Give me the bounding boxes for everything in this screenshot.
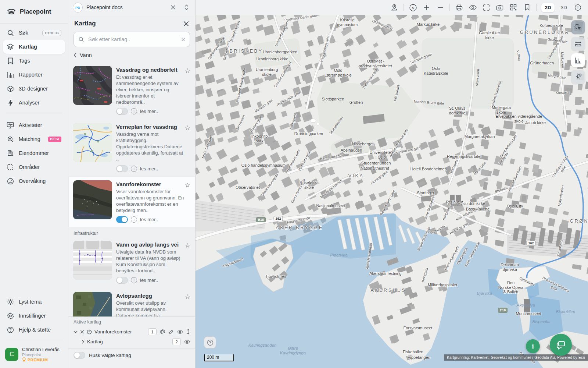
sidebar-item-overv-king[interactable]: Overvåking [3,174,65,188]
print-icon[interactable] [455,3,463,12]
layer-title: Vannforekomster [116,181,184,187]
sidebar-item-rapporter[interactable]: Rapporter [3,68,65,82]
mode-3d-button[interactable]: 3D [559,3,569,12]
sidebar-item-label: Søk [19,30,28,36]
mode-2d-button[interactable]: 2D [541,3,554,12]
chevron-left-icon [74,53,77,58]
read-more-link[interactable]: les mer.. [140,217,158,222]
app-logo[interactable]: Placepoint [0,0,68,24]
visibility-icon[interactable] [177,330,183,334]
sidebar-item-omr-der[interactable]: Områder [3,160,65,174]
favorite-star-icon[interactable]: ☆ [185,181,190,189]
beta-badge: BETA [48,137,61,142]
measure-tool[interactable] [571,37,585,51]
match-icon [7,135,14,143]
sidebar-item-innstillinger[interactable]: Innstillinger [3,309,65,323]
sidebar-item-aktiviteter[interactable]: Aktiviteter [3,118,65,132]
layers-panel: PD Placepoint docs Kartlag Vann Vassdrag… [68,0,196,368]
layer-toggle[interactable] [116,277,128,284]
active-layers-footer: Aktive kartlag Vannforekomster 1 Kartlag [68,316,195,368]
nav-primary: Søk CTRL+G Kartlag Tags Rapporter 3D-des… [0,24,68,110]
layer-card[interactable]: Vannforekomster Viser vannforekomster fo… [68,176,195,227]
map-position-icon[interactable] [390,3,399,12]
project-switch-icon[interactable] [182,3,191,12]
zoom-out-icon[interactable] [436,3,445,12]
project-name[interactable]: Placepoint docs [86,4,123,10]
visibility-icon[interactable] [184,340,190,344]
report-icon [7,71,14,78]
eye-icon[interactable] [468,3,477,12]
layer-toggle[interactable] [116,108,128,115]
remove-layer-icon[interactable] [80,330,84,334]
chat-button[interactable] [550,334,572,356]
back-breadcrumb[interactable]: Vann [68,52,195,62]
sublayer-name: Kartlag [87,339,103,344]
info-button[interactable]: i [526,339,540,353]
building-icon [7,149,14,157]
project-close-icon[interactable] [169,3,178,12]
avatar: C [5,348,18,361]
layer-card[interactable]: Vassdrag og nedbørfelt Et vassdrag er et… [68,62,195,119]
layer-card[interactable]: Avløpsanlegg Oversikt over utslipp av ko… [68,288,195,316]
select-area-tool[interactable] [571,20,585,34]
sidebar-item-label: Matching [19,136,40,142]
chart-tool[interactable] [571,53,585,67]
sidebar-item-eiendommer[interactable]: Eiendommer [3,146,65,160]
sidebar-item-label: Analyser [19,100,39,106]
favorite-star-icon[interactable]: ☆ [185,293,190,301]
camera-icon[interactable] [495,3,504,12]
active-sublayer-row[interactable]: Kartlag 2 [74,337,190,347]
layer-search-input[interactable] [87,36,178,43]
favorite-star-icon[interactable]: ☆ [185,124,190,132]
read-more-link[interactable]: les mer.. [140,109,158,114]
map-canvas[interactable]: BRISKEBYGRÜNERLØKKAVIKAAKER BRYGGEAKERSH… [196,15,588,368]
sidebar-item-hjelp-st-tte[interactable]: Hjelp & støtte [3,323,65,337]
sidebar-item-tags[interactable]: Tags [3,54,65,68]
project-badge[interactable]: PD [73,3,83,13]
layer-description: Oversikt over utslipp av kommunalt avløp… [116,300,184,316]
clear-search-icon[interactable] [181,38,185,42]
sidebar-item-analyser[interactable]: Analyser [3,96,65,110]
travel-time-tool[interactable] [571,70,585,84]
placepoint-app: Placepoint Søk CTRL+G Kartlag Tags Rappo… [0,0,588,368]
palette-icon[interactable] [160,329,165,335]
layer-card[interactable]: Verneplan for vassdrag Vassdrag verna mo… [68,119,195,176]
remember-layers-toggle[interactable] [74,352,85,359]
layer-toggle[interactable] [116,216,128,223]
favorite-star-icon[interactable]: ☆ [185,242,190,250]
map-toolbar: N 2D 3D [196,0,588,15]
layer-thumbnail [73,123,112,162]
fullscreen-icon[interactable] [482,3,491,12]
bookmark-icon[interactable] [523,3,531,12]
read-more-link[interactable]: les mer.. [140,166,158,171]
user-account[interactable]: C Christian Løverås Placepoint PREMIUM [0,343,68,368]
area-icon [7,163,14,171]
sidebar-item-label: Overvåking [19,178,46,184]
active-layer-row[interactable]: Vannforekomster 1 [74,327,190,337]
layer-search[interactable] [74,32,190,47]
edit-style-icon[interactable] [169,329,174,335]
layer-description: Vassdrag verna mot kraftutbygging. Oppda… [116,131,184,162]
sidebar-item-s-k[interactable]: Søk CTRL+G [3,26,65,40]
sidebar-item-3d-designer[interactable]: 3D-designer [3,82,65,96]
map-attribution: Kartgrunnlag: Kartverket, Geovekst og ko… [444,354,588,361]
map-info-icon[interactable] [573,3,582,12]
sidebar-item-lyst-tema[interactable]: Lyst tema [3,295,65,309]
compass-icon[interactable]: N [409,3,417,12]
read-more-link[interactable]: les mer.. [140,277,158,283]
reorder-icon[interactable] [186,329,190,335]
layer-toggle[interactable] [116,165,128,172]
info-icon: i [131,277,137,283]
zoom-in-icon[interactable] [422,3,431,12]
panel-close-icon[interactable] [183,21,189,27]
qr-icon[interactable] [509,3,518,12]
map-area: N 2D 3D BRISKEBYGRÜNERLØKKAVIKAAKER BRYG… [196,0,588,368]
sidebar-item-matching[interactable]: Matching BETA [3,132,65,146]
shortcut-badge: CTRL+G [42,30,61,36]
sidebar-item-kartlag[interactable]: Kartlag [3,40,65,54]
map-help-button[interactable] [204,336,216,348]
favorite-star-icon[interactable]: ☆ [185,67,190,75]
layer-card[interactable]: Vann og avløp langs vei Utvalgte data fr… [68,237,195,288]
sidebar-item-label: Innstillinger [19,313,46,319]
svg-text:N: N [412,6,415,10]
